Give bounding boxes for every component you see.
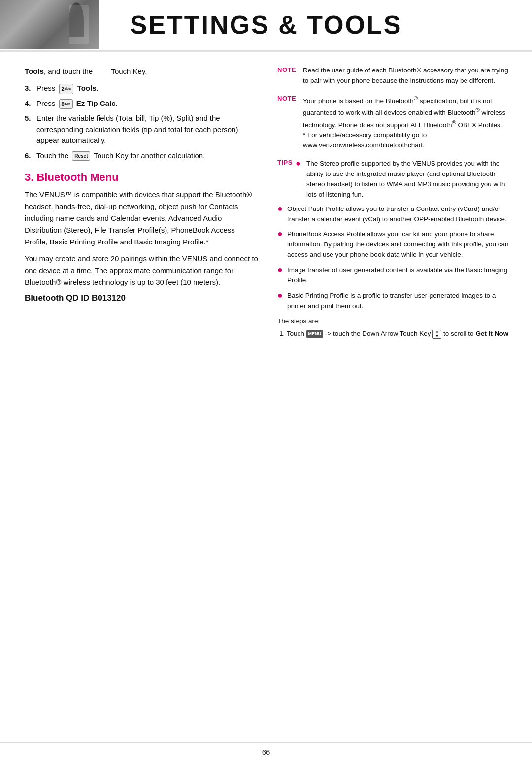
bullet-text: Image transfer of user generated content… (287, 265, 512, 286)
page-footer: 66 (0, 742, 532, 756)
bullet-dot: ● (277, 204, 284, 213)
tips-block: TIPS ● The Stereo profile supported by t… (277, 159, 512, 339)
page-header: SETTINGS & TOOLS (0, 0, 532, 49)
list-item: 5. Enter the variable fields (Total bill… (25, 113, 260, 146)
bullet-text: Object Push Profile allows you to transf… (287, 204, 512, 225)
step-1-prefix: 1. Touch (279, 330, 304, 337)
list-item: 6. Touch the Reset Touch Key for another… (25, 150, 260, 162)
numbered-list: 3. Press 2abc Tools. 4. Press 8tuv Ez Ti… (25, 83, 260, 161)
scroll-icon: ≡ ▼ (432, 330, 441, 339)
main-content: Tools, and touch the Touch Key. 3. Press… (0, 52, 532, 353)
bullet-text: Basic Printing Profile is a profile to t… (287, 291, 512, 312)
bullet-dot: ● (277, 229, 284, 238)
note-block-1: NOTE Read the user guide of each Bluetoo… (277, 66, 512, 86)
list-item: 3. Press 2abc Tools. (25, 83, 260, 94)
bluetooth-menu-heading: 3. Bluetooth Menu (25, 171, 260, 184)
right-column: NOTE Read the user guide of each Bluetoo… (277, 66, 512, 339)
note-label-1: NOTE (277, 66, 300, 73)
step-1-bold: Get It Now (475, 330, 508, 337)
menu-icon: MENU (306, 330, 324, 338)
bullet-text: PhoneBook Access Profile allows your car… (287, 229, 512, 260)
page-title: SETTINGS & TOOLS (130, 10, 402, 39)
tips-bullet-icon: ● (296, 159, 303, 200)
step-1-suffix: to scroll to Get It Now (443, 330, 508, 337)
tips-header-row: TIPS ● The Stereo profile supported by t… (277, 159, 512, 200)
header-title-bar: SETTINGS & TOOLS (0, 0, 532, 49)
list-item: ● PhoneBook Access Profile allows your c… (277, 229, 512, 260)
page-number: 66 (262, 748, 270, 756)
tips-bullet-list: ● Object Push Profile allows you to tran… (277, 204, 512, 312)
steps-label: The steps are: (277, 316, 512, 326)
note-text-1: Read the user guide of each Bluetooth® a… (303, 66, 512, 86)
note-text-2: Your phone is based on the Bluetooth® sp… (303, 94, 512, 151)
key-reset: Reset (72, 151, 90, 161)
key-2abc: 2abc (59, 84, 74, 94)
left-column: Tools, and touch the Touch Key. 3. Press… (25, 66, 260, 339)
list-item: 4. Press 8tuv Ez Tip Calc. (25, 98, 260, 109)
intro-paragraph: Tools, and touch the Touch Key. (25, 66, 260, 77)
list-item: ● Image transfer of user generated conte… (277, 265, 512, 286)
key-8tuv: 8tuv (59, 99, 73, 109)
step-1-middle: -> touch the Down Arrow Touch Key (325, 330, 431, 337)
tips-label: TIPS (277, 159, 293, 197)
bluetooth-body-1: The VENUS™ is compatible with devices th… (25, 189, 260, 248)
bluetooth-qd: Bluetooth QD ID B013120 (25, 293, 260, 303)
bluetooth-body-2: You may create and store 20 pairings wit… (25, 253, 260, 288)
note-label-2: NOTE (277, 94, 300, 102)
list-item: ● Object Push Profile allows you to tran… (277, 204, 512, 225)
note-block-2: NOTE Your phone is based on the Bluetoot… (277, 94, 512, 151)
step-1: 1. Touch MENU -> touch the Down Arrow To… (279, 328, 512, 339)
bullet-dot: ● (277, 291, 284, 300)
tips-intro-text: The Stereo profile supported by the VENU… (306, 159, 512, 200)
list-item: ● Basic Printing Profile is a profile to… (277, 291, 512, 312)
intro-bold: Tools (25, 67, 44, 75)
bullet-dot: ● (277, 265, 284, 274)
